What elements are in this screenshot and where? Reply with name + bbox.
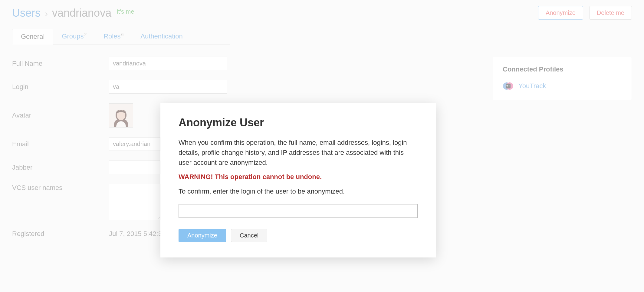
confirm-login-input[interactable]: [179, 204, 418, 218]
dialog-body: When you confirm this operation, the ful…: [179, 138, 418, 168]
dialog-warning: WARNING! This operation cannot be undone…: [179, 173, 418, 181]
dialog-anonymize-button[interactable]: Anonymize: [179, 229, 226, 242]
dialog-title: Anonymize User: [179, 116, 418, 129]
anonymize-dialog: Anonymize User When you confirm this ope…: [160, 103, 436, 257]
dialog-cancel-button[interactable]: Cancel: [231, 229, 267, 242]
dialog-confirm-prompt: To confirm, enter the login of the user …: [179, 186, 418, 196]
